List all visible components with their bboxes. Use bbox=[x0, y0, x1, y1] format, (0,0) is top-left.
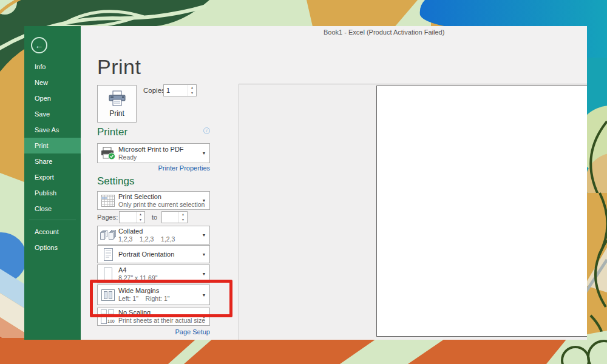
paper-sheet-icon bbox=[98, 268, 118, 281]
back-button[interactable]: ← bbox=[31, 37, 47, 53]
svg-text:100: 100 bbox=[107, 319, 115, 323]
spinner-up-icon[interactable]: ▲ bbox=[188, 85, 196, 90]
sidebar-item-share[interactable]: Share bbox=[24, 153, 81, 169]
chevron-down-icon: ▼ bbox=[198, 293, 209, 297]
copies-input[interactable] bbox=[164, 85, 188, 96]
excel-window: Book1 - Excel (Product Activation Failed… bbox=[24, 26, 587, 340]
spinner-down-icon[interactable]: ▼ bbox=[137, 217, 144, 223]
print-what-subtitle: Only print the current selection bbox=[118, 201, 198, 209]
scaling-dropdown[interactable]: 100 No Scaling Print sheets at their act… bbox=[97, 308, 210, 326]
copies-spinner: ▲ ▼ bbox=[188, 85, 196, 96]
sidebar-item-open[interactable]: Open bbox=[24, 90, 81, 106]
spinner-down-icon[interactable]: ▼ bbox=[179, 217, 187, 223]
printer-properties-link[interactable]: Printer Properties bbox=[97, 164, 210, 172]
pages-label: Pages: bbox=[97, 214, 118, 221]
collation-title: Collated bbox=[118, 228, 198, 235]
margins-title: Wide Margins bbox=[118, 287, 198, 295]
sidebar-item-new[interactable]: New bbox=[24, 75, 81, 90]
paper-size-subtitle: 8.27" x 11.69" bbox=[118, 274, 198, 282]
backstage-nav: Info New Open Save Save As Print Share E… bbox=[24, 59, 81, 255]
backstage-sidebar: ← Info New Open Save Save As Print Share… bbox=[24, 26, 81, 340]
selection-grid-icon bbox=[98, 195, 118, 207]
pages-to-stepper: ▲ ▼ bbox=[161, 211, 188, 223]
sidebar-item-account[interactable]: Account bbox=[24, 224, 81, 240]
back-arrow-icon: ← bbox=[35, 41, 44, 50]
spinner-down-icon[interactable]: ▼ bbox=[188, 90, 196, 96]
printer-dropdown[interactable]: Microsoft Print to PDF Ready ▼ bbox=[97, 143, 210, 163]
printer-heading: Printer bbox=[97, 126, 127, 138]
collation-subtitle: 1,2,3 1,2,3 1,2,3 bbox=[118, 235, 198, 243]
scaling-subtitle: Print sheets at their actual size bbox=[118, 317, 198, 325]
portrait-page-icon bbox=[98, 248, 118, 261]
page-setup-link[interactable]: Page Setup bbox=[97, 328, 210, 335]
orientation-title: Portrait Orientation bbox=[118, 251, 198, 258]
chevron-down-icon: ▼ bbox=[198, 272, 209, 276]
pages-from-stepper: ▲ ▼ bbox=[119, 211, 145, 223]
scaling-icon: 100 bbox=[98, 309, 118, 325]
collated-icon bbox=[98, 230, 118, 241]
spinner-up-icon[interactable]: ▲ bbox=[179, 212, 187, 217]
orientation-dropdown[interactable]: Portrait Orientation ▼ bbox=[97, 245, 210, 263]
sidebar-divider bbox=[29, 220, 76, 220]
pages-to-input[interactable] bbox=[162, 212, 178, 223]
chevron-down-icon: ▼ bbox=[198, 315, 209, 319]
printer-status: Ready bbox=[118, 153, 198, 161]
sidebar-item-info[interactable]: Info bbox=[24, 59, 81, 75]
pages-from-spinner: ▲ ▼ bbox=[136, 212, 144, 223]
info-icon[interactable]: i bbox=[203, 127, 210, 134]
pages-from-input[interactable] bbox=[120, 212, 136, 223]
print-button-label: Print bbox=[109, 109, 124, 118]
chevron-down-icon: ▼ bbox=[198, 252, 209, 257]
chevron-down-icon: ▼ bbox=[198, 198, 209, 203]
pages-to-label: to bbox=[152, 214, 157, 221]
paper-size-dropdown[interactable]: A4 8.27" x 11.69" ▼ bbox=[97, 265, 210, 283]
printer-icon bbox=[108, 90, 126, 107]
chevron-down-icon: ▼ bbox=[198, 151, 209, 155]
margins-dropdown[interactable]: Wide Margins Left: 1" Right: 1" ▼ bbox=[97, 285, 210, 305]
print-what-dropdown[interactable]: Print Selection Only print the current s… bbox=[97, 191, 210, 210]
printer-name: Microsoft Print to PDF bbox=[118, 146, 198, 153]
sidebar-item-options[interactable]: Options bbox=[24, 240, 81, 255]
print-button[interactable]: Print bbox=[97, 85, 137, 123]
sidebar-item-export[interactable]: Export bbox=[24, 169, 81, 185]
print-what-title: Print Selection bbox=[118, 193, 198, 201]
sidebar-item-close[interactable]: Close bbox=[24, 201, 81, 217]
page-title: Print bbox=[97, 55, 141, 79]
pages-to-spinner: ▲ ▼ bbox=[178, 212, 187, 223]
paper-size-title: A4 bbox=[118, 266, 198, 274]
sidebar-item-save[interactable]: Save bbox=[24, 106, 81, 122]
scaling-title: No Scaling bbox=[118, 309, 198, 317]
window-title: Book1 - Excel (Product Activation Failed… bbox=[324, 29, 444, 36]
desktop: Book1 - Excel (Product Activation Failed… bbox=[0, 0, 607, 364]
spinner-up-icon[interactable]: ▲ bbox=[137, 212, 144, 217]
chevron-down-icon: ▼ bbox=[198, 233, 209, 237]
collation-dropdown[interactable]: Collated 1,2,3 1,2,3 1,2,3 ▼ bbox=[97, 226, 210, 244]
sidebar-item-publish[interactable]: Publish bbox=[24, 185, 81, 201]
settings-heading: Settings bbox=[97, 175, 134, 187]
sidebar-item-save-as[interactable]: Save As bbox=[24, 122, 81, 138]
preview-page bbox=[376, 86, 587, 337]
margins-icon bbox=[98, 289, 118, 301]
sidebar-item-print[interactable]: Print bbox=[24, 138, 81, 153]
copies-stepper: ▲ ▼ bbox=[163, 84, 197, 96]
margins-subtitle: Left: 1" Right: 1" bbox=[118, 295, 198, 303]
printer-device-icon bbox=[98, 147, 118, 160]
